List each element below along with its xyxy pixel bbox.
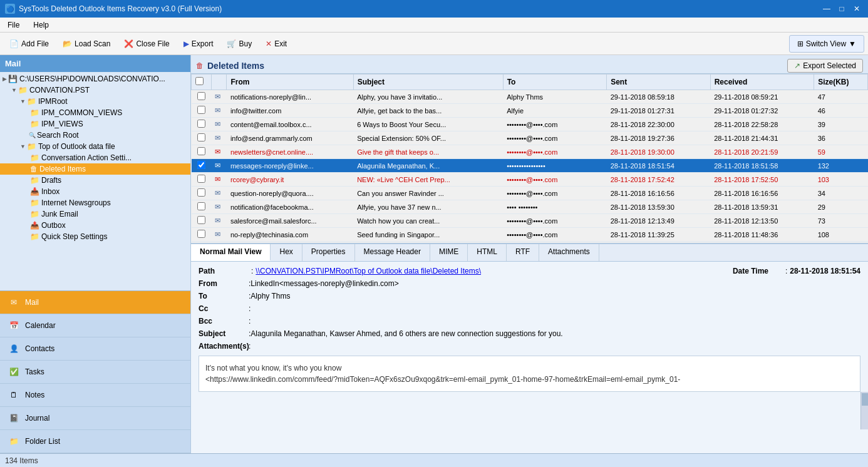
table-row[interactable]: ✉content@email.toolbox.c...6 Ways to Boo… xyxy=(192,118,868,131)
window-controls[interactable]: — □ ✕ xyxy=(820,3,863,15)
row-checkbox[interactable] xyxy=(197,161,205,169)
tree-item-9[interactable]: 📁Drafts xyxy=(0,175,190,186)
row-checkbox-cell[interactable] xyxy=(192,228,212,242)
row-checkbox-cell[interactable] xyxy=(192,159,212,173)
col-header-subject[interactable]: Subject xyxy=(353,74,503,90)
tree-item-11[interactable]: 📁Internet Newsgroups xyxy=(0,197,190,208)
tree-item-6[interactable]: ▼📁Top of Outlook data file xyxy=(0,141,190,152)
preview-tab-message-header[interactable]: Message Header xyxy=(355,244,430,261)
preview-scrollbar[interactable] xyxy=(860,392,868,429)
row-checkbox-cell[interactable] xyxy=(192,214,212,228)
select-all-checkbox[interactable] xyxy=(195,77,204,85)
export-button[interactable]: ▶ Export xyxy=(178,36,219,51)
table-row[interactable]: ✉notifications-noreply@lin...Alphy, you … xyxy=(192,90,868,104)
tree-item-label: Inbox xyxy=(41,187,59,196)
tree-item-0[interactable]: ▶💾C:\USERS\HP\DOWNLOADS\CONVATIO... xyxy=(0,73,190,85)
sidebar-item-journal[interactable]: 📓Journal xyxy=(0,407,190,430)
tree-item-13[interactable]: 📤Outbox xyxy=(0,220,190,231)
table-row[interactable]: ✉messages-noreply@linke...Alagunila Mega… xyxy=(192,159,868,173)
row-checkbox-cell[interactable] xyxy=(192,173,212,187)
col-header-received[interactable]: Received xyxy=(710,74,814,90)
sidebar-item-notes[interactable]: 🗒Notes xyxy=(0,384,190,407)
load-scan-button[interactable]: 📂 Load Scan xyxy=(57,36,116,51)
row-checkbox-cell[interactable] xyxy=(192,145,212,159)
tree-item-1[interactable]: ▼📁CONVATION.PST xyxy=(0,85,190,96)
sidebar-item-calendar[interactable]: 📅Calendar xyxy=(0,314,190,337)
sidebar-item-contacts[interactable]: 👤Contacts xyxy=(0,337,190,361)
tree-item-5[interactable]: 🔍Search Root xyxy=(0,130,190,141)
preview-tab-hex[interactable]: Hex xyxy=(271,244,302,261)
close-button[interactable]: ✕ xyxy=(850,3,863,15)
exit-button[interactable]: ✕ Exit xyxy=(260,36,292,51)
maximize-button[interactable]: □ xyxy=(835,3,848,15)
row-to: •••• •••••••• xyxy=(503,200,606,214)
row-checkbox-cell[interactable] xyxy=(192,90,212,104)
preview-tab-normal-mail-view[interactable]: Normal Mail View xyxy=(191,244,271,261)
row-checkbox[interactable] xyxy=(197,133,205,141)
table-row[interactable]: ✉question-noreply@quora....Can you answe… xyxy=(192,187,868,200)
row-subject: Can you answer Ravinder ... xyxy=(353,187,503,200)
tree-item-4[interactable]: 📁IPM_VIEWS xyxy=(0,118,190,130)
preview-tab-attachments[interactable]: Attachments xyxy=(539,244,599,261)
path-link[interactable]: \\CONVATION.PST\IPMRoot\Top of Outlook d… xyxy=(256,267,481,275)
table-row[interactable]: ✉salesforce@mail.salesforc...Watch how y… xyxy=(192,214,868,228)
row-size: 39 xyxy=(814,118,868,131)
tree-folder-icon: 🗑 xyxy=(30,165,38,173)
row-checkbox[interactable] xyxy=(197,230,205,238)
row-checkbox-cell[interactable] xyxy=(192,104,212,118)
tree-item-2[interactable]: ▼📁IPMRoot xyxy=(0,96,190,107)
table-row[interactable]: ✉newsletters@cnet.online....Give the gif… xyxy=(192,145,868,159)
row-received: 28-11-2018 20:21:59 xyxy=(710,145,814,159)
row-checkbox-cell[interactable] xyxy=(192,187,212,200)
row-checkbox[interactable] xyxy=(197,120,205,128)
table-row[interactable]: ✉notification@facebookma...Alfyie, you h… xyxy=(192,200,868,214)
tree-item-12[interactable]: 📁Junk Email xyxy=(0,208,190,220)
close-file-button[interactable]: ❌ Close File xyxy=(118,36,175,51)
col-header-from[interactable]: From xyxy=(227,74,353,90)
row-from: messages-noreply@linke... xyxy=(227,159,353,173)
table-row[interactable]: ✉info@twitter.comAlfyie, get back to the… xyxy=(192,104,868,118)
row-checkbox-cell[interactable] xyxy=(192,118,212,131)
add-file-button[interactable]: 📄 Add File xyxy=(4,36,54,51)
preview-tab-properties[interactable]: Properties xyxy=(302,244,355,261)
scrollbar-thumb[interactable] xyxy=(862,393,868,406)
table-row[interactable]: ✉info@send.grammarly.comSpecial Extensio… xyxy=(192,131,868,145)
sidebar-item-mail[interactable]: ✉Mail xyxy=(0,291,190,314)
row-to: ••••••••@••••.com xyxy=(503,228,606,242)
buy-button[interactable]: 🛒 Buy xyxy=(221,36,257,51)
table-row[interactable]: ✉no-reply@techinasia.comSeed funding in … xyxy=(192,228,868,242)
export-selected-button[interactable]: ↗ Export Selected xyxy=(787,59,863,73)
tree-item-7[interactable]: 📁Conversation Action Setti... xyxy=(0,152,190,163)
row-received: 28-11-2018 16:16:56 xyxy=(710,187,814,200)
row-checkbox[interactable] xyxy=(197,92,205,100)
row-checkbox-cell[interactable] xyxy=(192,200,212,214)
tree-item-3[interactable]: 📁IPM_COMMON_VIEWS xyxy=(0,107,190,118)
preview-tab-mime[interactable]: MIME xyxy=(430,244,468,261)
tree-item-8[interactable]: 🗑Deleted Items xyxy=(0,163,190,175)
menu-help[interactable]: Help xyxy=(29,19,53,31)
row-checkbox[interactable] xyxy=(197,188,205,197)
switch-view-button[interactable]: ⊞ Switch View ▼ xyxy=(789,35,864,53)
preview-tab-rtf[interactable]: RTF xyxy=(507,244,539,261)
row-checkbox[interactable] xyxy=(197,202,205,210)
row-checkbox[interactable] xyxy=(197,216,205,224)
preview-tab-html[interactable]: HTML xyxy=(468,244,507,261)
sidebar-item-tasks[interactable]: ✅Tasks xyxy=(0,361,190,384)
col-header-sent[interactable]: Sent xyxy=(607,74,710,90)
datetime-label: Date Time xyxy=(733,267,783,275)
menu-file[interactable]: File xyxy=(4,19,23,31)
col-header-size[interactable]: Size(KB) xyxy=(814,74,868,90)
col-header-check[interactable] xyxy=(192,74,212,90)
email-icon: ✉ xyxy=(215,134,220,141)
preview-cc-row: Cc : xyxy=(199,304,860,313)
tree-item-14[interactable]: 📁Quick Step Settings xyxy=(0,231,190,242)
col-header-to[interactable]: To xyxy=(503,74,606,90)
row-checkbox[interactable] xyxy=(197,175,205,183)
minimize-button[interactable]: — xyxy=(820,3,833,15)
tree-item-10[interactable]: 📥Inbox xyxy=(0,186,190,197)
row-checkbox[interactable] xyxy=(197,147,205,155)
table-row[interactable]: ✉rcorey@cybrary.itNEW: «Live ^CEH Cert P… xyxy=(192,173,868,187)
row-checkbox[interactable] xyxy=(197,106,205,114)
row-checkbox-cell[interactable] xyxy=(192,131,212,145)
sidebar-item-folder-list[interactable]: 📁Folder List xyxy=(0,430,190,453)
